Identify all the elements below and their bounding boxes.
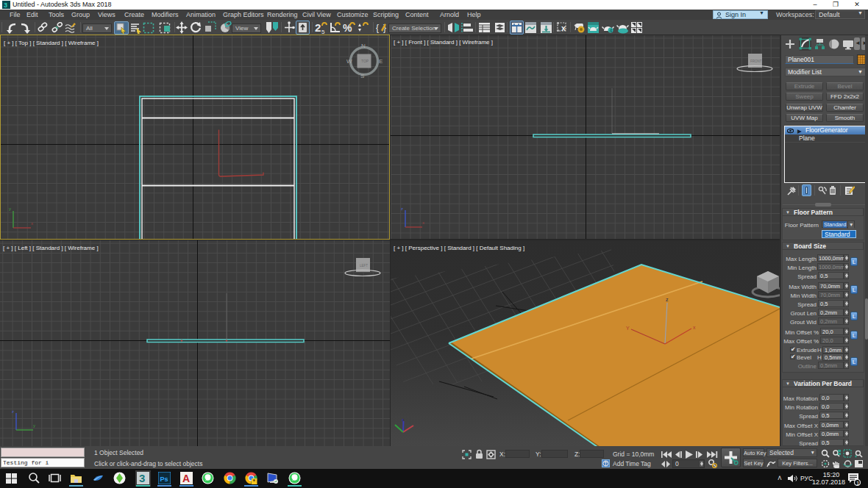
svg-text:LEFT: LEFT <box>360 264 368 268</box>
svg-text:S: S <box>360 73 364 79</box>
svg-text:3: 3 <box>139 472 145 484</box>
svg-text:x: x <box>422 220 424 225</box>
svg-text:FRONT: FRONT <box>750 60 762 63</box>
svg-text:z: z <box>12 409 14 414</box>
svg-text:z: z <box>401 207 403 211</box>
svg-text:1: 1 <box>856 480 860 487</box>
svg-text:TOP: TOP <box>361 59 369 63</box>
svg-text:Ps: Ps <box>160 476 168 483</box>
svg-text:y: y <box>33 423 35 428</box>
svg-text:{: { <box>376 23 379 33</box>
svg-text:N: N <box>361 43 366 49</box>
svg-text:4: 4 <box>610 28 613 33</box>
svg-text:y: y <box>9 207 11 211</box>
svg-text:x: x <box>693 325 696 330</box>
svg-text:z: z <box>666 297 669 302</box>
svg-text:Y: Y <box>626 326 630 331</box>
svg-text:3: 3 <box>4 1 7 9</box>
svg-text:E: E <box>379 58 383 65</box>
svg-text:2: 2 <box>315 21 321 34</box>
svg-text:A: A <box>182 473 190 484</box>
svg-text:W: W <box>346 58 352 65</box>
svg-text:z: z <box>402 417 404 422</box>
svg-text:5: 5 <box>321 29 325 34</box>
svg-text:x: x <box>561 24 566 32</box>
svg-text:x: x <box>31 221 33 226</box>
